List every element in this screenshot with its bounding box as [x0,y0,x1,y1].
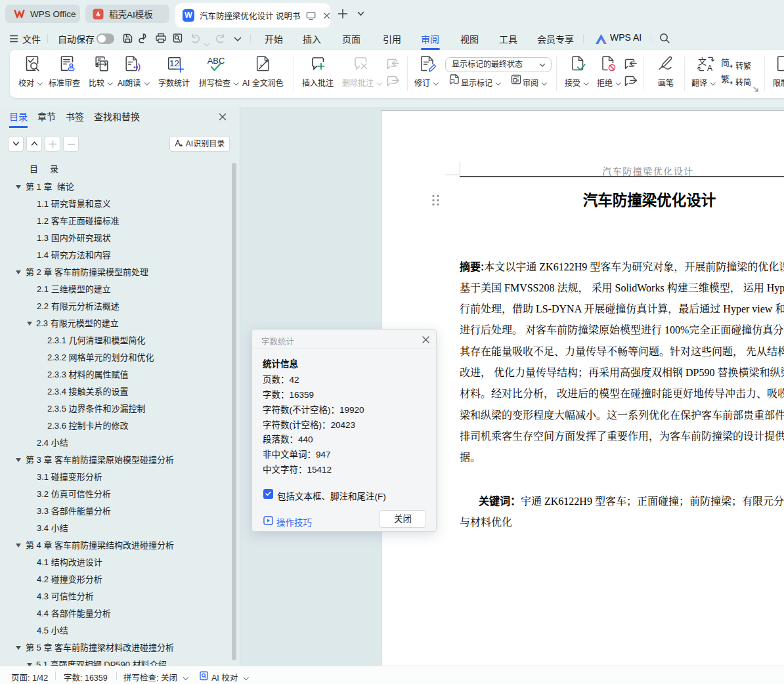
svg-text:文: 文 [698,56,707,66]
svg-text:ABC: ABC [207,56,225,66]
svg-text:简: 简 [721,58,730,68]
svg-text:12: 12 [169,58,179,68]
svg-text:A: A [707,64,712,73]
svg-text:繁: 繁 [721,74,730,84]
